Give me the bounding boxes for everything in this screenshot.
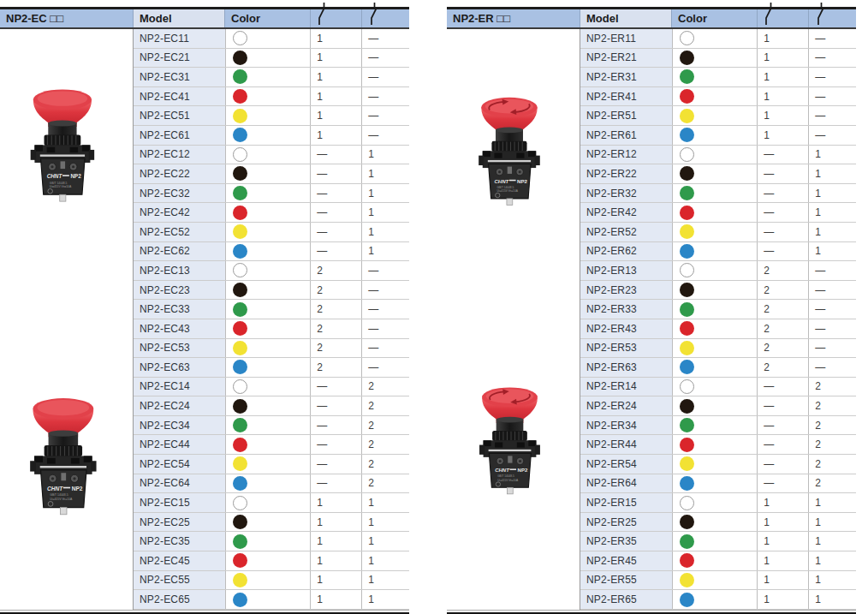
table-row: NP2-ER41 1 — — [580, 87, 856, 107]
product-image-column: CHNT NP2 GB/T 14048.5 Ui=415V Ith=10A — [447, 29, 580, 610]
table-row: NP2-EC35 1 1 — [134, 532, 409, 551]
no-count-cell: 2 — [757, 358, 808, 377]
table-row: NP2-EC11 1 — — [134, 29, 409, 49]
series-text: NP2 — [70, 173, 81, 179]
nc-count-cell: — — [361, 126, 409, 145]
model-cell: NP2-ER64 — [580, 474, 672, 493]
model-cell: NP2-ER13 — [580, 261, 672, 280]
model-cell: NP2-EC64 — [134, 474, 225, 493]
model-cell: NP2-EC41 — [134, 87, 225, 106]
column-header-nc-contact — [361, 9, 409, 27]
normally-open-contact-icon — [317, 3, 329, 25]
color-cell — [225, 29, 311, 48]
spec-text-1: GB/T 14048.5 — [50, 493, 68, 497]
color-cell — [225, 590, 311, 609]
model-cell: NP2-ER65 — [580, 590, 672, 609]
table-row: NP2-ER43 2 — — [580, 319, 856, 339]
nc-count-cell: — — [361, 29, 409, 48]
nc-count-cell: — — [361, 319, 409, 338]
color-cell — [672, 455, 758, 474]
no-count-cell: 2 — [310, 261, 361, 280]
nc-count-cell: 1 — [808, 493, 856, 512]
model-cell: NP2-ER35 — [580, 532, 672, 551]
color-swatch — [233, 302, 247, 317]
color-swatch — [680, 476, 694, 491]
color-cell — [225, 49, 311, 68]
no-count-cell: — — [757, 416, 808, 435]
no-count-cell: 1 — [310, 551, 361, 570]
nc-count-cell: — — [808, 29, 856, 48]
color-swatch — [680, 534, 694, 549]
table-row: NP2-ER11 1 — — [580, 29, 856, 49]
color-cell — [225, 474, 311, 493]
model-cell: NP2-ER41 — [580, 87, 672, 106]
model-cell: NP2-EC54 — [134, 455, 225, 474]
color-swatch — [233, 418, 247, 432]
color-cell — [225, 339, 311, 358]
table-row: NP2-EC22 — 1 — [134, 164, 409, 184]
series-title: NP2-ER □□ — [447, 9, 580, 27]
nc-count-cell: — — [808, 339, 856, 358]
color-cell — [672, 319, 758, 338]
color-cell — [672, 571, 758, 590]
nc-count-cell: 1 — [808, 203, 856, 222]
model-cell: NP2-ER11 — [580, 29, 672, 48]
table-row: NP2-ER44 — 2 — [580, 435, 856, 455]
table-body: CHNT NP2 GB/T 14048.5 Ui=415V Ith=10A — [447, 29, 856, 610]
brand-text: CHNT — [495, 468, 510, 473]
color-swatch — [233, 593, 247, 607]
model-cell: NP2-ER42 — [580, 203, 672, 222]
nc-count-cell: — — [361, 281, 409, 300]
model-cell: NP2-ER62 — [580, 242, 672, 261]
no-count-cell: 2 — [310, 281, 361, 300]
color-cell — [225, 146, 311, 164]
table-row: NP2-ER15 1 1 — [580, 493, 856, 513]
no-count-cell: 2 — [757, 339, 808, 358]
color-cell — [672, 164, 758, 183]
color-swatch — [680, 51, 694, 65]
brand-text: CHNT — [47, 173, 63, 179]
color-swatch — [680, 553, 694, 568]
color-cell — [225, 435, 311, 454]
model-cell: NP2-EC65 — [134, 590, 225, 609]
nc-count-cell: 1 — [361, 590, 409, 609]
table-row: NP2-EC45 1 1 — [134, 551, 409, 571]
no-count-cell: — — [310, 164, 361, 183]
no-count-cell: 1 — [757, 87, 808, 106]
no-count-cell: 1 — [757, 29, 808, 48]
no-count-cell: 1 — [310, 493, 361, 512]
no-count-cell: 1 — [757, 590, 808, 609]
color-swatch — [680, 418, 694, 432]
color-swatch — [233, 244, 247, 259]
color-cell — [225, 551, 311, 570]
color-swatch — [680, 438, 694, 452]
nc-count-cell: 1 — [808, 146, 856, 164]
color-swatch — [233, 109, 247, 123]
model-cell: NP2-ER53 — [580, 339, 672, 358]
model-cell: NP2-ER33 — [580, 300, 672, 319]
no-count-cell: — — [310, 184, 361, 203]
model-cell: NP2-EC22 — [134, 164, 225, 183]
color-swatch — [680, 166, 694, 181]
table-row: NP2-ER63 2 — — [580, 358, 856, 378]
model-cell: NP2-ER12 — [580, 146, 672, 164]
no-count-cell: — — [310, 474, 361, 493]
table-row: NP2-EC13 2 — — [134, 261, 409, 281]
model-cell: NP2-EC45 — [134, 551, 225, 570]
nc-count-cell: — — [808, 87, 856, 106]
color-swatch — [680, 109, 694, 123]
table-row: NP2-EC61 1 — — [134, 126, 409, 146]
color-cell — [672, 435, 758, 454]
nc-count-cell: 2 — [808, 455, 856, 474]
table-row: NP2-ER54 — 2 — [580, 455, 856, 474]
table-row: NP2-EC53 2 — — [134, 339, 409, 359]
color-swatch — [233, 166, 247, 181]
nc-count-cell: 2 — [361, 474, 409, 493]
color-swatch — [680, 283, 694, 297]
color-cell — [672, 339, 758, 358]
color-cell — [225, 358, 311, 377]
nc-count-cell: 1 — [808, 551, 856, 570]
spec-text-1: GB/T 14048.5 — [497, 474, 514, 478]
table-row: NP2-ER22 — 1 — [580, 164, 856, 184]
series-text: NP2 — [517, 178, 527, 184]
